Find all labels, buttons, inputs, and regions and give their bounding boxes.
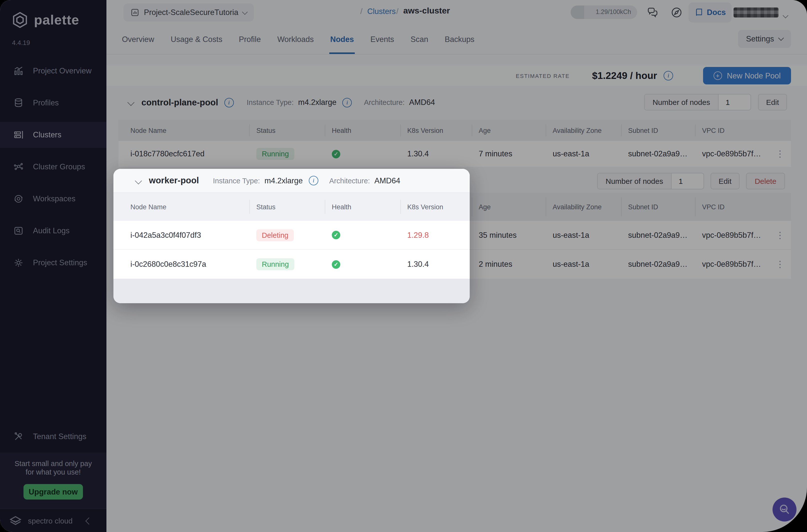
k8s-version: 1.29.8 — [407, 230, 470, 240]
collapse-pool-chevron[interactable] — [136, 176, 141, 185]
node-name: i-0c2680c0e8c31c97a — [130, 260, 256, 269]
table-row: i-042a5a3c0f4f07df3 Deleting ✓ 1.29.8 — [113, 221, 470, 250]
app-window: palette 4.4.19 Project Overview Profiles — [0, 0, 807, 532]
instance-type-value: m4.2xlarge — [264, 176, 303, 185]
k8s-version: 1.30.4 — [407, 260, 470, 269]
column-header: Node Name — [130, 193, 256, 221]
node-name: i-042a5a3c0f4f07df3 — [130, 230, 256, 240]
architecture-value: AMD64 — [375, 176, 400, 185]
check-icon: ✓ — [332, 231, 340, 239]
column-header: K8s Version — [407, 193, 470, 221]
architecture-label: Architecture: — [329, 176, 370, 185]
table-header-row: Node Name Status Health K8s Version — [113, 193, 470, 221]
worker-pool-header: worker-pool Instance Type: m4.2xlarge i … — [113, 169, 470, 193]
column-header: Health — [332, 193, 407, 221]
instance-type-label: Instance Type: — [213, 176, 260, 185]
check-icon: ✓ — [332, 260, 340, 268]
column-header: Status — [256, 193, 332, 221]
table-row: i-0c2680c0e8c31c97a Running ✓ 1.30.4 — [113, 250, 470, 279]
modal-footer — [113, 279, 470, 303]
status-badge: Running — [256, 258, 294, 270]
status-badge: Deleting — [256, 229, 294, 241]
info-icon[interactable]: i — [309, 176, 318, 185]
worker-pool-spotlight: worker-pool Instance Type: m4.2xlarge i … — [113, 169, 470, 303]
pool-name: worker-pool — [149, 175, 199, 186]
